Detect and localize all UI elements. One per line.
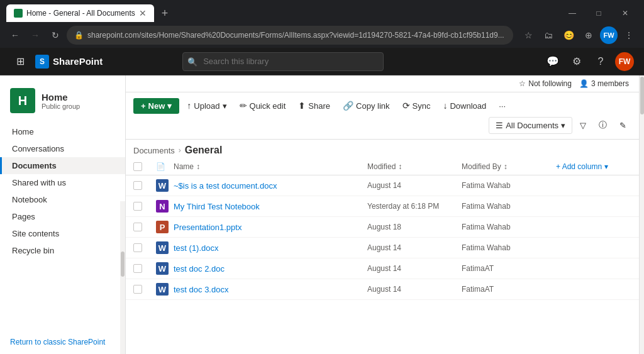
- chevron-down-icon: ▾: [167, 101, 172, 111]
- select-all-checkbox[interactable]: [133, 162, 142, 171]
- breadcrumb: Documents › General: [126, 140, 639, 158]
- column-add[interactable]: + Add column ▾: [556, 162, 631, 171]
- breadcrumb-parent[interactable]: Documents: [133, 146, 175, 155]
- share-button[interactable]: ⬆ Share: [293, 97, 335, 114]
- upload-button[interactable]: ↑ Upload ▾: [182, 97, 231, 114]
- row-check[interactable]: [133, 223, 156, 231]
- row-checkbox[interactable]: [133, 202, 142, 211]
- collections-icon[interactable]: 🗂: [540, 26, 557, 44]
- waffle-icon[interactable]: ⊞: [10, 52, 30, 72]
- back-button[interactable]: ←: [6, 26, 24, 44]
- tab-close-button[interactable]: ✕: [139, 8, 147, 18]
- modified-sort-icon: ↕: [398, 162, 402, 171]
- search-icon: 🔍: [187, 57, 197, 66]
- sharepoint-logo[interactable]: S SharePoint: [35, 55, 103, 69]
- browser-chrome: Home - General - All Documents ✕ + — □ ✕…: [0, 0, 644, 48]
- all-documents-button[interactable]: ☰ All Documents ▾: [489, 117, 572, 134]
- chat-icon[interactable]: 💬: [543, 52, 562, 71]
- file-name[interactable]: test doc 3.docx: [174, 285, 367, 294]
- maximize-button[interactable]: □: [586, 4, 611, 22]
- table-row[interactable]: W ~$is is a test document.docx August 14…: [126, 175, 639, 196]
- file-name[interactable]: My Third Test Notebook: [174, 202, 367, 211]
- address-bar[interactable]: 🔒 sharepoint.com/sites/Home/Shared%20Doc…: [67, 26, 513, 45]
- new-button[interactable]: + New ▾: [133, 98, 179, 114]
- minimize-button[interactable]: —: [560, 4, 585, 22]
- title-bar: Home - General - All Documents ✕ + — □ ✕: [0, 0, 644, 23]
- file-name[interactable]: test doc 2.doc: [174, 264, 367, 274]
- file-list-header: 📄 Name ↕ Modified ↕ Modified By ↕ + Add …: [126, 158, 639, 175]
- sidebar-item-documents[interactable]: Documents: [0, 157, 125, 174]
- row-checkbox[interactable]: [133, 243, 142, 252]
- tab-favicon: [14, 9, 23, 18]
- more-button[interactable]: ···: [494, 98, 511, 114]
- row-check[interactable]: [133, 202, 156, 211]
- user-avatar-appbar[interactable]: FW: [615, 52, 634, 71]
- settings-icon[interactable]: ⚙: [567, 52, 586, 71]
- file-modified-by: FatimaAT: [462, 264, 556, 273]
- row-checkbox[interactable]: [133, 285, 142, 294]
- follow-button[interactable]: ☆ Not following: [519, 79, 572, 88]
- sidebar-item-pages[interactable]: Pages: [0, 208, 125, 225]
- file-name[interactable]: Presentation1.pptx: [174, 223, 367, 232]
- name-sort-icon: ↕: [196, 162, 200, 171]
- column-modified-by[interactable]: Modified By ↕: [462, 162, 556, 171]
- new-tab-button[interactable]: +: [158, 6, 172, 21]
- column-modified[interactable]: Modified ↕: [367, 162, 462, 171]
- row-check[interactable]: [133, 243, 156, 252]
- sp-logo-icon: S: [35, 55, 49, 69]
- file-icon: W: [156, 179, 169, 192]
- filter-button[interactable]: ▽: [575, 118, 591, 133]
- sidebar-item-conversations[interactable]: Conversations: [0, 140, 125, 157]
- search-input[interactable]: [182, 52, 384, 71]
- menu-icon[interactable]: ⋮: [620, 26, 638, 44]
- members-button[interactable]: 👤 3 members: [579, 79, 629, 88]
- row-check[interactable]: [133, 285, 156, 294]
- share-label: Share: [308, 101, 330, 111]
- forward-button[interactable]: →: [26, 26, 44, 44]
- file-rows-container: W ~$is is a test document.docx August 14…: [126, 175, 639, 300]
- table-row[interactable]: P Presentation1.pptx August 18 Fatima Wa…: [126, 217, 639, 238]
- help-icon[interactable]: ?: [591, 52, 610, 71]
- sidebar-item-home[interactable]: Home: [0, 123, 125, 140]
- table-row[interactable]: N My Third Test Notebook Yesterday at 6:…: [126, 196, 639, 217]
- file-name[interactable]: test (1).docx: [174, 243, 367, 253]
- download-button[interactable]: ↓ Download: [438, 97, 491, 114]
- sync-button[interactable]: ⟳ Sync: [397, 97, 436, 114]
- sidebar-item-shared-with-us[interactable]: Shared with us: [0, 174, 125, 191]
- browser-tab[interactable]: Home - General - All Documents ✕: [6, 4, 154, 22]
- quick-edit-button[interactable]: ✏ Quick edit: [235, 97, 291, 114]
- edit-view-button[interactable]: ✎: [614, 118, 631, 133]
- header-check[interactable]: [133, 162, 156, 171]
- row-check[interactable]: [133, 181, 156, 190]
- user-avatar[interactable]: FW: [600, 26, 618, 44]
- column-name[interactable]: Name ↕: [174, 162, 367, 171]
- file-modified: August 14: [367, 285, 462, 294]
- row-check[interactable]: [133, 264, 156, 273]
- profile-icon[interactable]: 😊: [560, 26, 577, 44]
- bookmark-icon[interactable]: ☆: [519, 26, 537, 44]
- view-icon: ☰: [496, 121, 503, 130]
- close-button[interactable]: ✕: [613, 4, 638, 22]
- copy-link-button[interactable]: 🔗 Copy link: [338, 97, 394, 114]
- name-col-label: Name: [174, 162, 194, 171]
- file-icon: P: [156, 221, 169, 233]
- table-row[interactable]: W test doc 2.doc August 14 FatimaAT: [126, 258, 639, 279]
- row-checkbox[interactable]: [133, 223, 142, 231]
- row-checkbox[interactable]: [133, 264, 142, 273]
- reload-button[interactable]: ↻: [47, 26, 64, 44]
- table-row[interactable]: W test (1).docx August 14 Fatima Wahab: [126, 238, 639, 258]
- sidebar-item-notebook[interactable]: Notebook: [0, 191, 125, 208]
- sidebar-item-site-contents[interactable]: Site contents: [0, 225, 125, 242]
- right-scrollbar[interactable]: [639, 75, 644, 354]
- table-row[interactable]: W test doc 3.docx August 14 FatimaAT: [126, 279, 639, 300]
- row-checkbox[interactable]: [133, 181, 142, 190]
- sidebar-item-recycle-bin[interactable]: Recycle bin: [0, 242, 125, 259]
- members-label: 3 members: [591, 79, 629, 88]
- info-button[interactable]: ⓘ: [594, 116, 612, 134]
- file-type-icon: W: [156, 262, 174, 275]
- file-name[interactable]: ~$is is a test document.docx: [174, 181, 367, 191]
- extensions-icon[interactable]: ⊕: [580, 26, 597, 44]
- file-type-icon: 📄: [156, 162, 165, 171]
- return-classic-link[interactable]: Return to classic SharePoint: [10, 338, 105, 346]
- file-modified-by: Fatima Wahab: [462, 202, 556, 211]
